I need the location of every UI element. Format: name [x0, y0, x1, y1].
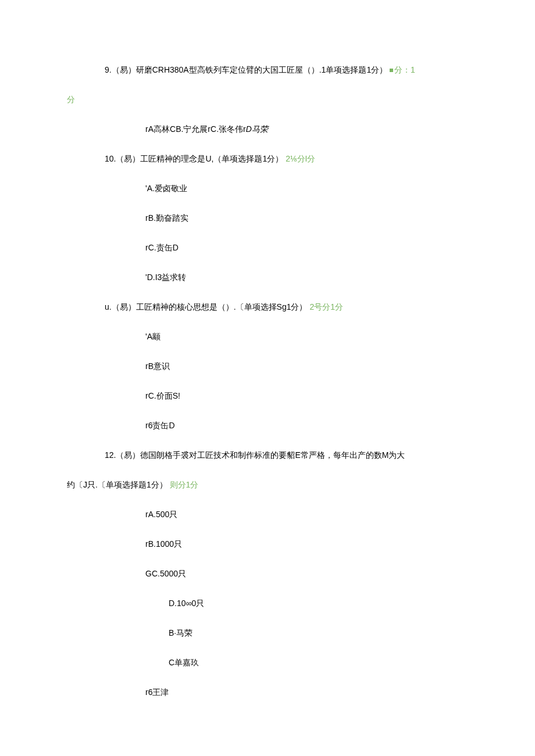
q10-opt-c: rC.责缶D [0, 242, 535, 254]
q11-opt-b: rB意识 [0, 360, 535, 372]
q12-opt-d: D.10∞0只 [0, 597, 535, 610]
square-icon [390, 69, 393, 72]
q12-opt-e: B·马荣 [0, 627, 535, 639]
q12-line2-text: 约〔J只.〔单项选择题1分） [67, 480, 167, 489]
q9-options-row: rA高林CB.宁允展rC.张冬伟rD马荣 [0, 123, 535, 135]
q10-score: 2⅛分I分 [286, 154, 315, 163]
question-9: 9.（易）研磨CRH380A型高铁列车定位臂的大国工匠屋（）.1单项选择题1分）… [0, 64, 535, 76]
q12-opt-b: rB.1000只 [0, 538, 535, 550]
q12-opt-a: rA.500只 [0, 508, 535, 521]
q10-stem: 10.（易）工匠精神的理念是U,（单项选择题1分） [105, 154, 283, 163]
exam-page: 9.（易）研磨CRH380A型高铁列车定位臂的大国工匠屋（）.1单项选择题1分）… [0, 0, 535, 756]
q9-opt-b: B.宁允展 [176, 124, 208, 134]
q10-opt-a: 'A.爱卤敬业 [0, 182, 535, 195]
q11-opt-c: rC.价面S! [0, 390, 535, 402]
question-12-line2: 约〔J只.〔单项选择题1分） 则分1分 [0, 479, 535, 491]
question-10: 10.（易）工匠精神的理念是U,（单项选择题1分） 2⅛分I分 [0, 153, 535, 165]
q11-opt-d: r6责缶D [0, 420, 535, 432]
q11-opt-a: 'A颛 [0, 331, 535, 343]
q9-score-text1: 分：1 [394, 65, 415, 74]
q10-opt-d: 'D.I3益求转 [0, 271, 535, 284]
q12-score: 则分1分 [170, 480, 199, 489]
q9-score-part2: 分 [0, 94, 535, 106]
q12-opt-f: C单嘉玖 [0, 657, 535, 669]
q11-stem: u.（易）工匠精神的核心思想是（）.〔单项选择Sg1分） [105, 302, 307, 311]
q9-score-part1: 分：1 [390, 65, 415, 74]
q9-opt-a: A高林C [148, 124, 176, 134]
q12-opt-c: GC.5000只 [0, 568, 535, 580]
q10-opt-b: rB.勤奋踏实 [0, 212, 535, 224]
q9-opt-c: C.张冬伟 [211, 124, 243, 134]
q11-score: 2号分1分 [309, 302, 343, 311]
q9-stem: 9.（易）研磨CRH380A型高铁列车定位臂的大国工匠屋（）.1单项选择题1分） [105, 65, 387, 74]
q12-opt-g: r6王津 [0, 686, 535, 698]
question-11: u.（易）工匠精神的核心思想是（）.〔单项选择Sg1分） 2号分1分 [0, 301, 535, 313]
question-12-line1: 12.（易）德国朗格手裘对工匠技术和制作标准的要貂E常严格，每年出产的数M为大 [0, 449, 535, 461]
q9-opt-d: D马荣 [246, 124, 268, 134]
